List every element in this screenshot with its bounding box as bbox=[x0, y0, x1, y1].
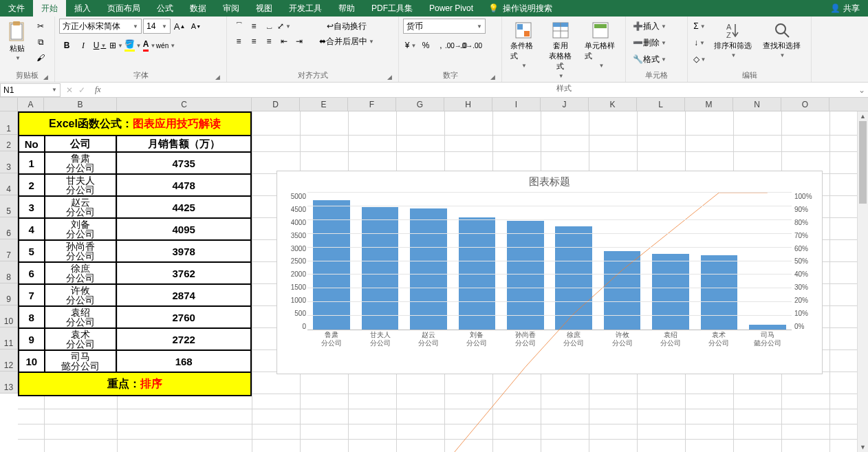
increase-indent-button[interactable]: ⇥ bbox=[292, 34, 307, 49]
row-header-8[interactable]: 8 bbox=[0, 261, 17, 283]
tab-开发工具[interactable]: 开发工具 bbox=[281, 0, 330, 17]
autosum-button[interactable]: Σ▼ bbox=[692, 19, 707, 34]
table-cell[interactable]: 168 bbox=[117, 351, 250, 372]
table-cell[interactable]: 2722 bbox=[117, 329, 250, 349]
sort-filter-button[interactable]: AZ排序和筛选▼ bbox=[710, 19, 756, 61]
scrollbar-thumb[interactable] bbox=[859, 121, 867, 204]
row-header-1[interactable]: 1 bbox=[0, 111, 17, 135]
dialog-launcher-icon[interactable]: ◢ bbox=[42, 74, 49, 80]
formula-input[interactable] bbox=[105, 83, 856, 97]
format-painter-button[interactable]: 🖌 bbox=[33, 50, 48, 65]
format-cells-button[interactable]: 🔧 格式▼ bbox=[630, 52, 669, 67]
col-header-B[interactable]: B bbox=[44, 98, 117, 111]
table-cell[interactable]: 甘夫人 分公司 bbox=[45, 175, 118, 195]
dialog-launcher-icon[interactable]: ◢ bbox=[386, 74, 393, 80]
col-header-H[interactable]: H bbox=[444, 98, 492, 111]
tab-插入[interactable]: 插入 bbox=[66, 0, 99, 17]
phonetic-button[interactable]: wén▼ bbox=[158, 38, 173, 53]
col-header-J[interactable]: J bbox=[541, 98, 589, 111]
tab-帮助[interactable]: 帮助 bbox=[330, 0, 363, 17]
scroll-down-icon[interactable]: ▼ bbox=[858, 442, 868, 452]
table-cell[interactable]: 鲁肃 分公司 bbox=[45, 153, 118, 173]
merge-center-button[interactable]: ⬌ 合并后居中▼ bbox=[315, 34, 378, 49]
table-cell[interactable]: 4 bbox=[19, 219, 45, 239]
bold-button[interactable]: B bbox=[59, 38, 74, 53]
dialog-launcher-icon[interactable]: ◢ bbox=[489, 74, 496, 80]
font-size-combo[interactable]: 14▼ bbox=[143, 19, 171, 34]
table-cell[interactable]: 7 bbox=[19, 285, 45, 305]
table-cell[interactable]: 4478 bbox=[117, 175, 250, 195]
align-center-button[interactable]: ≡ bbox=[246, 34, 261, 49]
col-header-C[interactable]: C bbox=[117, 98, 252, 111]
tell-me[interactable]: 💡 操作说明搜索 bbox=[481, 3, 559, 14]
worksheet[interactable]: ABCDEFGHIJKLMNO 12345678910111213 Excel函… bbox=[0, 98, 868, 452]
table-cell[interactable]: 袁绍 分公司 bbox=[45, 307, 118, 327]
table-cell[interactable]: 2760 bbox=[117, 307, 250, 327]
col-header-M[interactable]: M bbox=[685, 98, 733, 111]
embedded-chart[interactable]: 图表标题 50004500400035003000250020001500100… bbox=[276, 171, 823, 374]
wrap-text-button[interactable]: ↩ 自动换行 bbox=[315, 19, 378, 34]
tab-审阅[interactable]: 审阅 bbox=[215, 0, 248, 17]
table-cell[interactable]: 徐庶 分公司 bbox=[45, 263, 118, 283]
fill-color-button[interactable]: 🪣▼ bbox=[125, 38, 140, 53]
name-box[interactable]: N1▼ bbox=[0, 83, 61, 97]
orientation-button[interactable]: ⤢▼ bbox=[276, 19, 292, 34]
decrease-font-button[interactable]: A▼ bbox=[188, 19, 204, 34]
col-header-I[interactable]: I bbox=[492, 98, 541, 111]
cut-button[interactable]: ✂ bbox=[33, 19, 48, 34]
table-cell[interactable]: 6 bbox=[19, 263, 45, 283]
col-header-F[interactable]: F bbox=[348, 98, 396, 111]
table-cell[interactable]: 孙尚香 分公司 bbox=[45, 241, 118, 261]
table-cell[interactable]: 9 bbox=[19, 329, 45, 349]
col-header-L[interactable]: L bbox=[637, 98, 685, 111]
select-all-corner[interactable] bbox=[0, 98, 18, 111]
align-right-button[interactable]: ≡ bbox=[261, 34, 276, 49]
tab-文件[interactable]: 文件 bbox=[0, 0, 33, 17]
table-cell[interactable]: 4425 bbox=[117, 197, 250, 217]
row-header-12[interactable]: 12 bbox=[0, 349, 17, 372]
table-cell[interactable]: 3762 bbox=[117, 263, 250, 283]
enter-formula-icon[interactable]: ✓ bbox=[78, 85, 85, 95]
row-header-3[interactable]: 3 bbox=[0, 151, 17, 173]
font-color-button[interactable]: A▼ bbox=[142, 38, 157, 53]
col-header-E[interactable]: E bbox=[300, 98, 348, 111]
table-cell[interactable]: 司马 懿分公司 bbox=[45, 351, 118, 372]
dialog-launcher-icon[interactable]: ◢ bbox=[214, 74, 221, 80]
border-button[interactable]: ⊞▼ bbox=[109, 38, 124, 53]
table-cell[interactable]: 4095 bbox=[117, 219, 250, 239]
font-name-combo[interactable]: 方正小标宋简体▼ bbox=[59, 19, 142, 34]
row-header-7[interactable]: 7 bbox=[0, 239, 17, 261]
tab-数据[interactable]: 数据 bbox=[182, 0, 215, 17]
decrease-indent-button[interactable]: ⇤ bbox=[276, 34, 292, 49]
accounting-button[interactable]: ¥▼ bbox=[403, 38, 418, 53]
col-header-O[interactable]: O bbox=[781, 98, 829, 111]
col-header-N[interactable]: N bbox=[733, 98, 781, 111]
tab-PDF工具集[interactable]: PDF工具集 bbox=[363, 0, 421, 17]
insert-cells-button[interactable]: ➕ 插入▼ bbox=[630, 19, 669, 34]
find-select-button[interactable]: 查找和选择▼ bbox=[759, 19, 805, 61]
tab-开始[interactable]: 开始 bbox=[33, 0, 66, 17]
row-header-10[interactable]: 10 bbox=[0, 305, 17, 327]
tab-页面布局[interactable]: 页面布局 bbox=[99, 0, 149, 17]
table-cell[interactable]: 2874 bbox=[117, 285, 250, 305]
italic-button[interactable]: I bbox=[76, 38, 91, 53]
number-format-combo[interactable]: 货币▼ bbox=[403, 19, 486, 34]
table-cell[interactable]: 赵云 分公司 bbox=[45, 197, 118, 217]
cancel-formula-icon[interactable]: ✕ bbox=[66, 85, 73, 95]
expand-formula-icon[interactable]: ⌄ bbox=[856, 85, 868, 95]
scroll-up-icon[interactable]: ▲ bbox=[858, 111, 868, 121]
table-cell[interactable]: 3978 bbox=[117, 241, 250, 261]
row-header-4[interactable]: 4 bbox=[0, 173, 17, 195]
col-header-D[interactable]: D bbox=[252, 98, 300, 111]
table-cell[interactable]: 10 bbox=[19, 351, 45, 372]
share-button[interactable]: 👤 共享 bbox=[822, 3, 868, 14]
percent-button[interactable]: % bbox=[418, 38, 433, 53]
table-cell[interactable]: 3 bbox=[19, 197, 45, 217]
row-header-11[interactable]: 11 bbox=[0, 327, 17, 349]
underline-button[interactable]: U▼ bbox=[92, 38, 107, 53]
col-header-G[interactable]: G bbox=[396, 98, 444, 111]
row-header-2[interactable]: 2 bbox=[0, 135, 17, 151]
tab-公式[interactable]: 公式 bbox=[149, 0, 182, 17]
align-bottom-button[interactable]: ⎵ bbox=[261, 19, 276, 34]
increase-font-button[interactable]: A▲ bbox=[172, 19, 187, 34]
